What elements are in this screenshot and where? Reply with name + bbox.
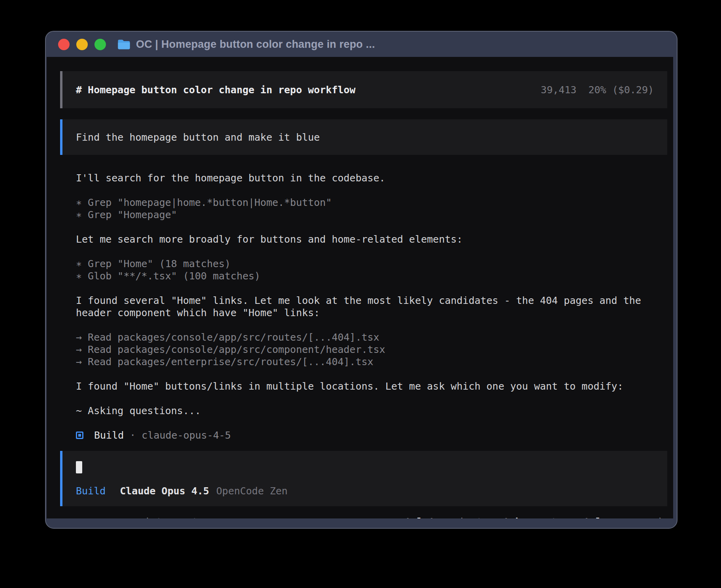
tool-call-grep: ∗ Grep "homepage|home.*button|Home.*butt…	[76, 196, 653, 209]
tool-call-grep: ∗ Grep "Home" (18 matches)	[76, 258, 653, 270]
token-count: 39,413	[541, 84, 576, 96]
tool-call-group: ∗ Grep "Home" (18 matches) ∗ Glob "**/*.…	[76, 258, 653, 282]
tool-call-group: → Read packages/console/app/src/routes/[…	[76, 331, 653, 368]
esc-key: esc	[121, 516, 138, 518]
active-model[interactable]: Claude Opus 4.5	[120, 485, 209, 497]
tool-call-read: → Read packages/enterprise/src/routes/[.…	[76, 356, 653, 368]
prompt-input[interactable]: Build Claude Opus 4.5 OpenCode Zen	[60, 451, 667, 506]
session-header: # Homepage button color change in repo w…	[60, 71, 667, 108]
active-agent[interactable]: Build	[76, 485, 106, 497]
status-bar: esc interrupt ctrl+t variants tab agents…	[60, 516, 667, 518]
tool-call-read: → Read packages/console/app/src/routes/[…	[76, 331, 653, 343]
tool-call-read: → Read packages/console/app/src/componen…	[76, 343, 653, 356]
interrupt-hint: esc interrupt	[121, 516, 198, 518]
user-message: Find the homepage button and make it blu…	[60, 119, 667, 155]
agent-separator: ·	[130, 429, 136, 441]
context-cost: 20% ($0.29)	[588, 84, 654, 96]
terminal-content: # Homepage button color change in repo w…	[47, 57, 673, 518]
user-message-text: Find the homepage button and make it blu…	[76, 132, 320, 143]
window-title: OC | Homepage button color change in rep…	[136, 38, 375, 51]
agent-model: claude-opus-4-5	[142, 429, 231, 441]
variants-hint: ctrl+t variants	[399, 516, 489, 518]
build-agent-icon	[76, 432, 83, 439]
session-title: # Homepage button color change in repo w…	[76, 84, 355, 96]
interrupt-label: interrupt	[144, 516, 198, 518]
status-left: esc interrupt	[60, 516, 198, 518]
assistant-paragraph: Let me search more broadly for buttons a…	[76, 233, 653, 245]
terminal-window: OC | Homepage button color change in rep…	[45, 31, 678, 529]
close-button[interactable]	[58, 39, 70, 50]
tool-call-grep: ∗ Grep "Homepage"	[76, 209, 653, 221]
input-meta-row: Build Claude Opus 4.5 OpenCode Zen	[76, 485, 654, 497]
assistant-transcript: I'll search for the homepage button in t…	[60, 172, 653, 441]
traffic-lights	[58, 39, 106, 50]
zoom-button[interactable]	[94, 39, 106, 50]
text-cursor	[76, 461, 82, 473]
working-status: ~ Asking questions...	[76, 405, 653, 417]
folder-icon	[117, 39, 130, 50]
commands-hint: ctrl+p commands	[578, 516, 667, 518]
agent-name: Build	[94, 429, 124, 441]
tool-call-group: ∗ Grep "homepage|home.*button|Home.*butt…	[76, 196, 653, 221]
assistant-paragraph: I'll search for the homepage button in t…	[76, 172, 653, 184]
assistant-paragraph: I found several "Home" links. Let me loo…	[76, 294, 653, 319]
tool-call-glob: ∗ Glob "**/*.tsx" (100 matches)	[76, 270, 653, 282]
window-titlebar[interactable]: OC | Homepage button color change in rep…	[46, 32, 677, 57]
assistant-paragraph: I found "Home" buttons/links in multiple…	[76, 380, 653, 392]
agent-attribution-row: Build · claude-opus-4-5	[76, 429, 653, 441]
minimize-button[interactable]	[76, 39, 88, 50]
model-provider: OpenCode Zen	[216, 485, 288, 497]
agents-hint: tab agents	[504, 516, 563, 518]
status-right: ctrl+t variants tab agents ctrl+p comman…	[399, 516, 667, 518]
session-stats: 39,413 20% ($0.29)	[541, 84, 654, 96]
